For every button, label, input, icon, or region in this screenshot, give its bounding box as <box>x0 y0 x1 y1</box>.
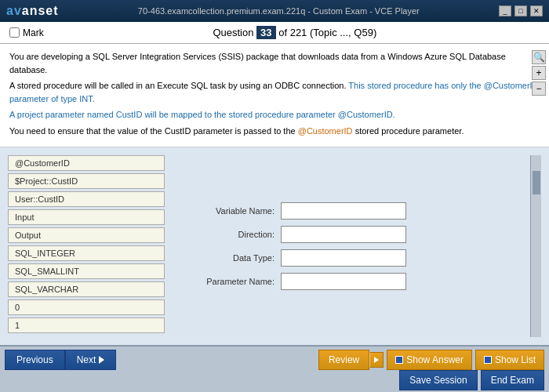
question-line-3: A project parameter named CustID will be… <box>9 108 540 122</box>
right-toolbar-group: Review Show Answer Show List <box>318 350 544 370</box>
drag-item-9[interactable]: 1 <box>8 318 165 333</box>
question-prefix: Question <box>213 27 253 38</box>
question-header: Mark Question 33 of 221 (Topic ..., Q59) <box>0 22 549 44</box>
question-line-4a: You need to ensure that the value of the… <box>9 126 298 136</box>
logo-text: avanset <box>6 4 59 18</box>
answer-area: @CustomerID $Project::CustID User::CustI… <box>0 147 549 345</box>
next-arrow-icon <box>99 356 104 364</box>
logo-anset: anset <box>22 4 59 17</box>
direction-row: Direction: <box>188 226 514 243</box>
mark-check[interactable] <box>9 27 20 38</box>
vertical-scrollbar[interactable] <box>530 155 541 337</box>
toolbar-row-1: Previous Next Review Show Answer <box>5 350 544 370</box>
scroll-thumb[interactable] <box>533 171 540 194</box>
direction-label: Direction: <box>188 230 274 239</box>
next-label: Next <box>77 354 96 365</box>
variable-name-label: Variable Name: <box>188 206 274 216</box>
data-type-dropzone[interactable] <box>281 249 406 267</box>
drag-items-panel: @CustomerID $Project::CustID User::CustI… <box>8 155 165 337</box>
question-info: Question 33 of 221 (Topic ..., Q59) <box>50 27 540 38</box>
show-answer-check-icon <box>395 356 403 364</box>
toolbar-row-2: Save Session End Exam <box>5 370 544 390</box>
review-group: Review <box>318 350 384 370</box>
drag-item-2[interactable]: User::CustID <box>8 191 165 207</box>
title-bar: avanset 70-463.examcollection.premium.ex… <box>0 0 549 22</box>
sidebar-tools[interactable]: 🔍 + − <box>532 50 546 96</box>
search-icon[interactable]: 🔍 <box>532 50 546 64</box>
variable-name-dropzone[interactable] <box>281 202 406 220</box>
drag-item-0[interactable]: @CustomerID <box>8 155 165 171</box>
question-text-area: You are developing a SQL Server Integrat… <box>0 44 549 147</box>
zoom-out-icon[interactable]: − <box>532 82 546 96</box>
variable-name-row: Variable Name: <box>188 202 514 220</box>
mark-label: Mark <box>23 27 44 38</box>
drag-item-8[interactable]: 0 <box>8 299 165 315</box>
end-exam-button[interactable]: End Exam <box>481 370 544 390</box>
maximize-button[interactable]: □ <box>514 5 527 16</box>
question-line-2a: A stored procedure will be called in an … <box>9 81 346 90</box>
close-button[interactable]: ✕ <box>530 5 543 16</box>
show-list-button[interactable]: Show List <box>475 350 544 370</box>
drag-item-5[interactable]: SQL_INTEGER <box>8 245 165 261</box>
review-dropdown-icon <box>374 357 379 363</box>
logo-av: av <box>6 4 22 17</box>
nav-group: Previous Next <box>5 350 116 370</box>
drag-item-6[interactable]: SQL_SMALLINT <box>8 263 165 279</box>
next-button[interactable]: Next <box>65 350 117 370</box>
app-logo: avanset <box>6 4 59 18</box>
parameter-name-dropzone[interactable] <box>281 273 406 290</box>
previous-button[interactable]: Previous <box>5 350 65 370</box>
zoom-in-icon[interactable]: + <box>532 66 546 80</box>
question-line-4: You need to ensure that the value of the… <box>9 125 540 138</box>
show-answer-button[interactable]: Show Answer <box>387 350 472 370</box>
drag-item-1[interactable]: $Project::CustID <box>8 173 165 189</box>
drop-targets-panel: Variable Name: Direction: Data Type: Par… <box>180 155 514 337</box>
window-title: 70-463.examcollection.premium.exam.221q … <box>59 6 499 16</box>
review-button[interactable]: Review <box>318 350 369 370</box>
drag-item-3[interactable]: Input <box>8 209 165 225</box>
data-type-row: Data Type: <box>188 249 514 267</box>
bottom-toolbar: Previous Next Review Show Answer <box>0 345 549 392</box>
parameter-name-label: Parameter Name: <box>188 277 274 286</box>
question-line-1: You are developing a SQL Server Integrat… <box>9 50 540 76</box>
show-list-check-icon <box>484 356 492 364</box>
drag-item-7[interactable]: SQL_VARCHAR <box>8 281 165 297</box>
question-line-2: A stored procedure will be called in an … <box>9 79 540 105</box>
question-line-4b: @CustomerID <box>298 126 353 136</box>
show-list-label: Show List <box>495 354 536 365</box>
mark-checkbox[interactable]: Mark <box>9 27 44 38</box>
direction-dropzone[interactable] <box>281 226 406 243</box>
window-controls[interactable]: _ □ ✕ <box>499 5 543 16</box>
question-line-4c: stored procedure parameter. <box>353 126 464 136</box>
save-session-button[interactable]: Save Session <box>399 370 477 390</box>
show-answer-label: Show Answer <box>406 354 464 365</box>
question-number: 33 <box>256 26 275 39</box>
main-container: Mark Question 33 of 221 (Topic ..., Q59)… <box>0 22 549 392</box>
question-suffix: of 221 (Topic ..., Q59) <box>278 27 376 38</box>
drag-item-4[interactable]: Output <box>8 227 165 243</box>
data-type-label: Data Type: <box>188 253 274 263</box>
review-dropdown-button[interactable] <box>369 352 384 368</box>
parameter-name-row: Parameter Name: <box>188 273 514 290</box>
minimize-button[interactable]: _ <box>499 5 511 16</box>
